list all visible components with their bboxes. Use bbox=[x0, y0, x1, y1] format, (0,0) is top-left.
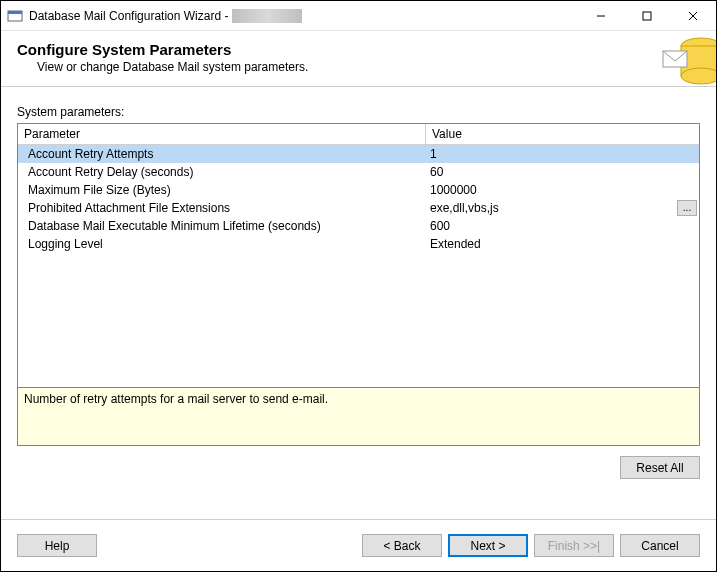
browse-button[interactable]: ... bbox=[677, 200, 697, 216]
table-row[interactable]: Maximum File Size (Bytes)1000000 bbox=[18, 181, 699, 199]
cancel-button[interactable]: Cancel bbox=[620, 534, 700, 557]
content-area: System parameters: Parameter Value Accou… bbox=[1, 87, 716, 519]
table-row[interactable]: Logging LevelExtended bbox=[18, 235, 699, 253]
value-cell[interactable]: 600 bbox=[426, 219, 699, 233]
column-header-value[interactable]: Value bbox=[426, 124, 699, 144]
column-header-parameter[interactable]: Parameter bbox=[18, 124, 426, 144]
value-cell[interactable]: exe,dll,vbs,js... bbox=[426, 200, 699, 216]
parameters-grid[interactable]: Parameter Value Account Retry Attempts1A… bbox=[17, 123, 700, 388]
parameter-cell: Account Retry Delay (seconds) bbox=[18, 165, 426, 179]
svg-point-8 bbox=[681, 68, 716, 84]
table-row[interactable]: Account Retry Attempts1 bbox=[18, 145, 699, 163]
svg-rect-3 bbox=[643, 12, 651, 20]
value-cell[interactable]: 60 bbox=[426, 165, 699, 179]
titlebar: Database Mail Configuration Wizard - bbox=[1, 1, 716, 31]
app-icon bbox=[7, 8, 23, 24]
value-text: Extended bbox=[430, 237, 481, 251]
value-cell[interactable]: 1 bbox=[426, 147, 699, 161]
value-text: exe,dll,vbs,js bbox=[430, 201, 499, 215]
help-button[interactable]: Help bbox=[17, 534, 97, 557]
svg-rect-1 bbox=[8, 11, 22, 14]
wizard-footer: Help < Back Next > Finish >>| Cancel bbox=[1, 520, 716, 571]
back-button[interactable]: < Back bbox=[362, 534, 442, 557]
value-text: 60 bbox=[430, 165, 443, 179]
value-text: 1000000 bbox=[430, 183, 477, 197]
table-row[interactable]: Database Mail Executable Minimum Lifetim… bbox=[18, 217, 699, 235]
header-graphic bbox=[661, 31, 716, 86]
page-title: Configure System Parameters bbox=[17, 41, 700, 58]
next-button[interactable]: Next > bbox=[448, 534, 528, 557]
redacted-hostname bbox=[232, 9, 302, 23]
parameter-cell: Database Mail Executable Minimum Lifetim… bbox=[18, 219, 426, 233]
reset-all-button[interactable]: Reset All bbox=[620, 456, 700, 479]
value-text: 1 bbox=[430, 147, 437, 161]
grid-header: Parameter Value bbox=[18, 124, 699, 145]
value-cell[interactable]: 1000000 bbox=[426, 183, 699, 197]
parameter-cell: Prohibited Attachment File Extensions bbox=[18, 201, 426, 215]
wizard-header: Configure System Parameters View or chan… bbox=[1, 31, 716, 87]
parameter-cell: Account Retry Attempts bbox=[18, 147, 426, 161]
parameter-cell: Maximum File Size (Bytes) bbox=[18, 183, 426, 197]
window-title: Database Mail Configuration Wizard - bbox=[29, 9, 228, 23]
parameter-description: Number of retry attempts for a mail serv… bbox=[17, 388, 700, 446]
parameter-cell: Logging Level bbox=[18, 237, 426, 251]
close-button[interactable] bbox=[670, 1, 716, 31]
finish-button: Finish >>| bbox=[534, 534, 614, 557]
page-subtitle: View or change Database Mail system para… bbox=[37, 60, 700, 74]
wizard-window: Database Mail Configuration Wizard - Con… bbox=[0, 0, 717, 572]
grid-body: Account Retry Attempts1Account Retry Del… bbox=[18, 145, 699, 387]
system-parameters-label: System parameters: bbox=[17, 105, 700, 119]
value-text: 600 bbox=[430, 219, 450, 233]
maximize-button[interactable] bbox=[624, 1, 670, 31]
table-row[interactable]: Prohibited Attachment File Extensionsexe… bbox=[18, 199, 699, 217]
value-cell[interactable]: Extended bbox=[426, 237, 699, 251]
table-row[interactable]: Account Retry Delay (seconds)60 bbox=[18, 163, 699, 181]
minimize-button[interactable] bbox=[578, 1, 624, 31]
